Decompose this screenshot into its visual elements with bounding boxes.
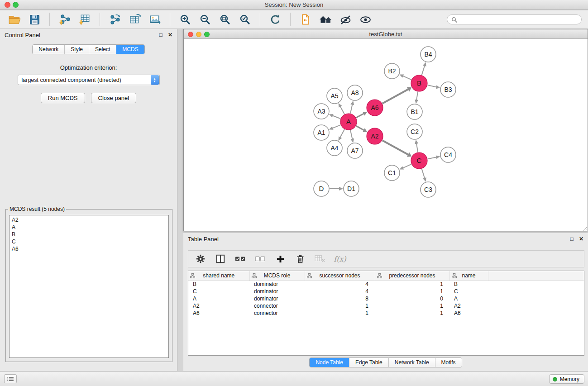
table-cell[interactable]: A [449, 295, 488, 302]
graph-edge-A-A1[interactable] [332, 125, 340, 128]
graph-edge-C-C2[interactable] [416, 143, 418, 152]
graph-node-A2[interactable]: A2 [367, 128, 383, 144]
graph-node-A4[interactable]: A4 [327, 140, 342, 156]
table-cell[interactable]: 4 [305, 288, 375, 295]
table-cell[interactable]: A6 [188, 310, 249, 317]
graph-edge-A-A2[interactable] [356, 126, 364, 130]
table-cell[interactable]: connector [249, 310, 305, 317]
graph-node-A6[interactable]: A6 [367, 100, 383, 116]
tab-select[interactable]: Select [89, 45, 116, 54]
table-row[interactable]: Cdominator41C [188, 288, 584, 295]
graph-node-A[interactable]: A [340, 114, 357, 130]
graph-node-A7[interactable]: A7 [347, 143, 363, 158]
graph-edge-B-B4[interactable] [422, 66, 425, 75]
graph-edge-A-A8[interactable] [350, 104, 352, 113]
graph-node-B4[interactable]: B4 [421, 47, 436, 62]
graph-edge-B-B1[interactable] [416, 92, 418, 100]
graph-node-D1[interactable]: D1 [344, 181, 359, 196]
tab-network-table[interactable]: Network Table [388, 358, 435, 367]
graph-edge-B-B3[interactable] [428, 85, 437, 87]
table-cell[interactable]: connector [249, 302, 305, 310]
network-window-controls[interactable] [188, 32, 210, 37]
close-panel-icon[interactable]: ✕ [579, 236, 583, 242]
table-cell[interactable]: 4 [305, 281, 375, 288]
table-cell[interactable]: dominator [249, 281, 305, 288]
zoom-window-icon[interactable] [13, 2, 19, 8]
graph-node-B3[interactable]: B3 [440, 82, 456, 97]
graph-node-B2[interactable]: B2 [384, 63, 400, 79]
table-cell[interactable]: 1 [305, 302, 375, 310]
optimization-select[interactable]: largest connected component (directed) ▲… [18, 75, 160, 85]
result-item[interactable]: A2 [10, 216, 168, 224]
float-panel-icon[interactable]: □ [570, 236, 574, 242]
graph-edge-B-B2[interactable] [403, 76, 411, 80]
result-item[interactable]: A [10, 224, 168, 231]
table-cell[interactable]: A6 [449, 310, 488, 317]
graph-edge-A-A3[interactable] [332, 115, 340, 119]
table-cell[interactable]: 8 [305, 295, 375, 302]
graph-edge-A2-C[interactable] [382, 140, 409, 155]
hide-details-button[interactable] [337, 12, 354, 27]
column-header[interactable]: successor nodes [305, 271, 375, 281]
graph-edge-C-C1[interactable] [403, 164, 411, 168]
tab-edge-table[interactable]: Edge Table [349, 358, 388, 367]
table-database-button[interactable] [127, 12, 143, 27]
column-header[interactable]: shared name [188, 271, 249, 281]
window-controls[interactable] [5, 2, 19, 8]
table-cell[interactable]: 1 [375, 310, 449, 317]
tab-node-table[interactable]: Node Table [310, 358, 349, 367]
table-cell[interactable]: 1 [375, 281, 449, 288]
tab-style[interactable]: Style [64, 45, 89, 54]
network-database-button[interactable] [107, 12, 123, 27]
table-cell[interactable]: dominator [249, 295, 305, 302]
table-cell[interactable]: A2 [188, 302, 249, 310]
table-cell[interactable]: 1 [375, 302, 449, 310]
table-cell[interactable]: B [188, 281, 249, 288]
graph-node-A3[interactable]: A3 [314, 104, 329, 119]
task-history-button[interactable] [4, 374, 17, 383]
function-builder-button[interactable]: f(x) [334, 253, 346, 265]
table-cell[interactable]: A [188, 295, 249, 302]
graph-node-C[interactable]: C [411, 152, 427, 169]
table-cell[interactable]: dominator [249, 288, 305, 295]
graph-node-D[interactable]: D [314, 181, 329, 196]
table-row[interactable]: Bdominator41B [188, 281, 584, 288]
graph-edge-A-A5[interactable] [340, 106, 344, 114]
show-details-button[interactable] [357, 12, 373, 27]
deselect-all-button[interactable] [254, 253, 266, 265]
network-canvas[interactable]: B4B2BB3A5A8A6B1A3AC2A1A2A4A7C4CC1C3DD1 [184, 39, 588, 231]
graph-node-C3[interactable]: C3 [421, 182, 436, 197]
run-mcds-button[interactable]: Run MCDS [41, 93, 85, 103]
graph-edge-A-A4[interactable] [340, 129, 344, 138]
node-table[interactable]: shared nameMCDS rolesuccessor nodesprede… [188, 271, 584, 356]
table-row[interactable]: A6connector11A6 [188, 310, 584, 317]
table-cell[interactable]: 1 [375, 288, 449, 295]
network-window-titlebar[interactable]: testGlobe.txt [184, 29, 588, 39]
open-recent-file-button[interactable] [297, 12, 314, 27]
result-item[interactable]: B [10, 231, 168, 238]
graph-node-A8[interactable]: A8 [347, 85, 363, 100]
open-session-button[interactable] [6, 12, 23, 27]
column-header[interactable]: MCDS role [249, 271, 305, 281]
table-cell[interactable]: B [449, 281, 488, 288]
table-row[interactable]: A2connector11A2 [188, 302, 584, 310]
table-cell[interactable]: A2 [449, 302, 488, 310]
import-network-button[interactable] [57, 12, 73, 27]
memory-button[interactable]: Memory [549, 374, 584, 384]
graph-node-B1[interactable]: B1 [407, 104, 422, 119]
minimize-window-icon[interactable] [196, 32, 201, 37]
zoom-window-icon[interactable] [204, 32, 210, 37]
zoom-out-button[interactable] [197, 12, 213, 27]
search-box[interactable] [447, 14, 582, 24]
graph-edge-A6-B[interactable] [382, 89, 409, 104]
table-cell[interactable]: 1 [305, 310, 375, 317]
select-all-button[interactable] [234, 253, 246, 265]
graph-edge-A-A6[interactable] [356, 114, 364, 118]
resize-grip-icon[interactable] [582, 225, 587, 230]
zoom-fit-button[interactable] [217, 12, 233, 27]
float-panel-icon[interactable]: □ [159, 32, 163, 38]
tab-mcds[interactable]: MCDS [116, 45, 144, 54]
graph-node-C2[interactable]: C2 [407, 124, 422, 139]
graph-edge-C-C4[interactable] [428, 157, 437, 159]
result-item[interactable]: A6 [10, 245, 168, 253]
